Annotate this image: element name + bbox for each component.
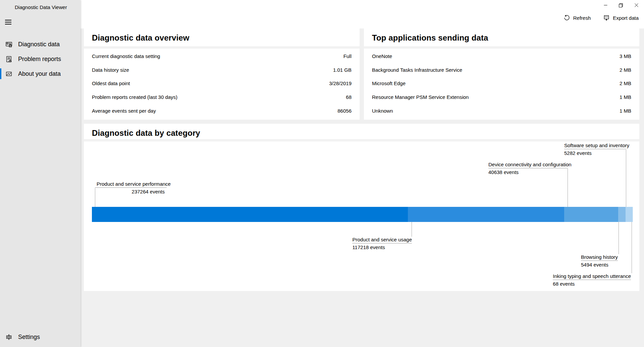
app-name: Unknown (372, 108, 393, 114)
app-row: Background Tasks Infrastructure Service … (364, 63, 639, 77)
callout-product-and-service-usage: Product and service usage 117218 events (352, 236, 412, 251)
minimize-icon (604, 3, 607, 7)
overview-row: Data history size 1.01 GB (84, 63, 360, 77)
app-row: Unknown 1 MB (364, 104, 639, 118)
sidebar-item-settings[interactable]: Settings (0, 330, 80, 344)
selection-accent (0, 68, 1, 79)
app-name: Microsoft Edge (372, 80, 406, 86)
main-content: Refresh Export data Dia (80, 0, 644, 347)
category-card-title: Diagnostic data by category (92, 128, 631, 138)
app-name: Background Tasks Infrastructure Service (372, 67, 462, 73)
bar-segment-0[interactable] (92, 207, 408, 222)
export-data-label: Export data (613, 15, 639, 21)
window-controls (598, 0, 644, 10)
hamburger-icon (5, 20, 11, 20)
restore-button[interactable] (613, 0, 629, 10)
overview-row: Current diagnostic data setting Full (84, 49, 360, 63)
category-bar (92, 207, 633, 222)
category-chart: Software setup and inventory 5282 events… (84, 141, 639, 291)
row-label: Average events sent per day (92, 108, 156, 114)
row-value: 68 (346, 94, 352, 100)
card-separator (364, 46, 639, 49)
row-label: Problem reports created (last 30 days) (92, 94, 177, 100)
overview-card-title: Diagnostic data overview (92, 33, 352, 43)
diagnostic-data-viewer-window: Diagnostic Data Viewer Diagnostic data (0, 0, 644, 347)
refresh-button[interactable]: Refresh (562, 13, 593, 22)
app-name: OneNote (372, 53, 392, 59)
overview-row: Average events sent per day 86056 (84, 104, 360, 118)
app-name: Resource Manager PSM Service Extension (372, 94, 469, 100)
app-size: 1 MB (620, 94, 631, 100)
problem-reports-icon (5, 56, 12, 63)
export-data-button[interactable]: Export data (601, 13, 641, 22)
sidebar-nav: Diagnostic data Problem reports (0, 37, 80, 81)
top-bar: Refresh Export data (80, 0, 644, 28)
bar-segment-1[interactable] (408, 207, 564, 222)
overview-row: Oldest data point 3/28/2019 (84, 77, 360, 91)
callout-line (568, 169, 568, 207)
gear-icon (5, 334, 12, 341)
diagnostic-data-by-category-card: Diagnostic data by category Software set… (84, 124, 639, 291)
callout-line (412, 222, 412, 237)
hamburger-menu-button[interactable] (0, 15, 16, 29)
row-value: Full (343, 53, 352, 59)
bar-segment-4[interactable] (626, 207, 633, 222)
card-separator (84, 46, 360, 49)
app-row: OneNote 3 MB (364, 49, 639, 63)
selection-accent (0, 332, 1, 342)
about-your-data-icon (5, 70, 12, 77)
row-label: Oldest data point (92, 80, 130, 86)
apps-card-title: Top applications sending data (372, 33, 631, 43)
app-row: Microsoft Edge 2 MB (364, 77, 639, 91)
overview-row: Problem reports created (last 30 days) 6… (84, 90, 360, 104)
close-button[interactable] (629, 0, 644, 10)
export-data-icon (603, 15, 609, 21)
sidebar-item-label: Settings (18, 334, 40, 341)
row-label: Data history size (92, 67, 129, 73)
sidebar-item-label: Problem reports (18, 56, 61, 63)
card-separator (84, 139, 639, 141)
callout-line (619, 222, 619, 254)
sidebar-item-label: About your data (18, 70, 61, 77)
selection-accent (0, 54, 1, 64)
row-value: 86056 (337, 108, 352, 114)
callout-product-and-service-performance: Product and service performance 237264 e… (95, 181, 167, 195)
app-title: Diagnostic Data Viewer (0, 0, 80, 10)
sidebar-item-problem-reports[interactable]: Problem reports (0, 52, 80, 66)
app-row: Resource Manager PSM Service Extension 1… (364, 90, 639, 104)
top-applications-card: Top applications sending data OneNote 3 … (364, 28, 639, 120)
callout-line (632, 222, 632, 273)
sidebar-item-label: Diagnostic data (18, 41, 60, 48)
callout-line (95, 188, 95, 207)
minimize-button[interactable] (598, 0, 613, 10)
sidebar-item-about-your-data[interactable]: About your data (0, 66, 80, 81)
callout-device-connectivity-and-configuration: Device connectivity and configuration 40… (488, 161, 568, 176)
bar-segment-3[interactable] (618, 207, 626, 222)
command-bar: Refresh Export data (562, 13, 641, 22)
refresh-icon (564, 15, 570, 21)
callout-software-setup-and-inventory: Software setup and inventory 5282 events (564, 142, 626, 157)
diagnostic-data-icon (5, 41, 12, 48)
selection-accent (0, 39, 1, 50)
app-size: 3 MB (620, 53, 631, 59)
row-label: Current diagnostic data setting (92, 53, 160, 59)
app-size: 2 MB (620, 67, 631, 73)
cards-area: Diagnostic data overview Current diagnos… (80, 28, 644, 347)
sidebar-item-diagnostic-data[interactable]: Diagnostic data (0, 37, 80, 52)
bar-segment-2[interactable] (564, 207, 618, 222)
close-icon (635, 3, 638, 7)
callout-line (626, 150, 626, 207)
diagnostic-data-overview-card: Diagnostic data overview Current diagnos… (84, 28, 360, 120)
app-size: 2 MB (620, 80, 631, 86)
callout-inking-typing-and-speech-utterance: Inking typing and speech utterance 68 ev… (553, 273, 631, 287)
callout-browsing-history: Browsing history 5494 events (581, 254, 618, 268)
app-size: 1 MB (620, 108, 631, 114)
row-value: 3/28/2019 (329, 80, 352, 86)
sidebar: Diagnostic Data Viewer Diagnostic data (0, 0, 80, 347)
row-value: 1.01 GB (333, 67, 352, 73)
refresh-label: Refresh (573, 15, 591, 21)
restore-icon (619, 3, 623, 7)
